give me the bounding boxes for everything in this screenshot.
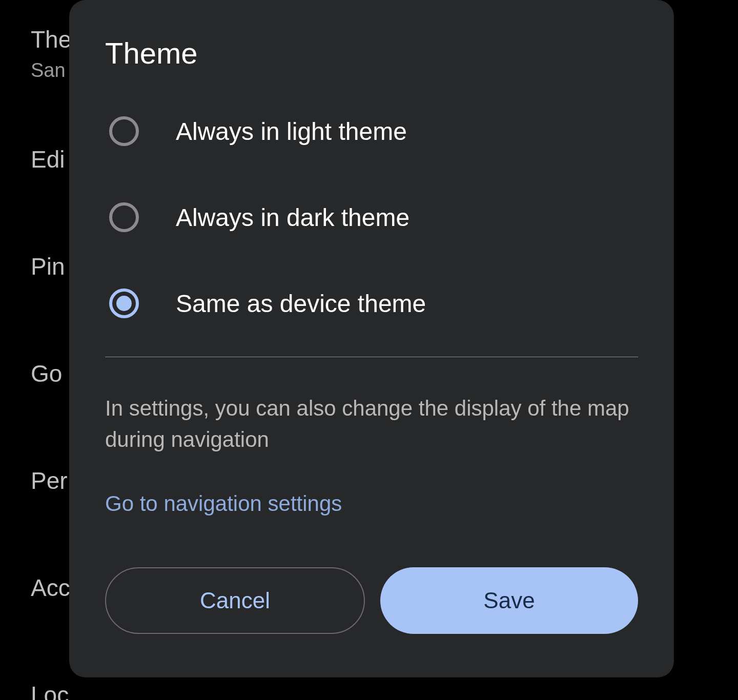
theme-radio-group: Always in light theme Always in dark the…: [105, 116, 638, 318]
divider: [105, 357, 638, 357]
theme-dialog: Theme Always in light theme Always in da…: [69, 0, 674, 677]
radio-icon: [109, 202, 139, 232]
navigation-settings-link[interactable]: Go to navigation settings: [105, 491, 342, 516]
save-button[interactable]: Save: [380, 567, 638, 634]
radio-icon: [109, 116, 139, 146]
radio-option-light[interactable]: Always in light theme: [105, 116, 638, 146]
radio-icon-selected: [109, 289, 139, 318]
radio-option-device[interactable]: Same as device theme: [105, 289, 638, 318]
radio-label: Always in dark theme: [176, 203, 409, 232]
radio-label: Always in light theme: [176, 117, 407, 146]
dialog-title: Theme: [105, 36, 638, 70]
button-row: Cancel Save: [105, 567, 638, 634]
cancel-button[interactable]: Cancel: [105, 567, 365, 634]
bg-item: Loc: [31, 681, 707, 700]
help-text: In settings, you can also change the dis…: [105, 393, 638, 456]
radio-option-dark[interactable]: Always in dark theme: [105, 202, 638, 232]
radio-label: Same as device theme: [176, 290, 426, 318]
